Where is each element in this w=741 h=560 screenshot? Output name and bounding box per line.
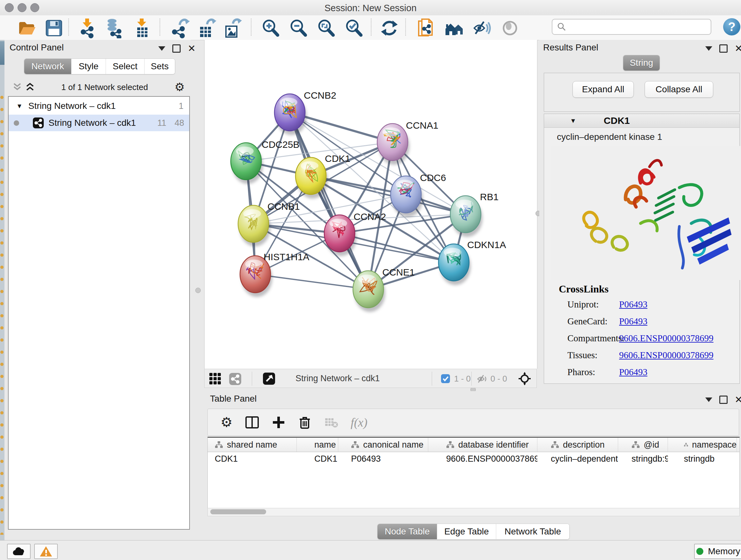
help-button[interactable]: ? [723,18,740,36]
network-view-share-icon[interactable] [229,373,242,385]
refresh-layout-icon[interactable] [379,18,400,38]
tree-expander-icon[interactable]: ▼ [16,103,23,110]
column-header-database-identifier[interactable]: database identifier [428,438,537,452]
column-header-namespace[interactable]: namespace [668,438,737,452]
column-header-description[interactable]: description [537,438,618,452]
tab-edge-table[interactable]: Edge Table [437,524,496,539]
expand-all-button[interactable]: Expand All [572,81,634,98]
network-node-CDK1[interactable] [295,158,328,199]
add-column-icon[interactable] [272,415,286,429]
tab-style[interactable]: Style [71,59,106,74]
export-network-icon[interactable] [170,18,191,38]
crosslink-link[interactable]: P06493 [619,367,648,377]
table-panel-menu-icon[interactable] [705,397,712,402]
crosslink-link[interactable]: 9606.ENSP00000378699 [619,350,714,361]
hidden-eye-slash-icon[interactable] [476,373,488,385]
crosslink-link[interactable]: P06493 [619,316,648,327]
network-row-selected[interactable]: String Network – cdk1 11 48 [9,115,189,131]
column-header-canonical-name[interactable]: canonical name [338,438,428,452]
expand-all-chevrons-icon[interactable] [25,82,35,92]
results-panel-menu-icon[interactable] [705,46,712,51]
table-row[interactable]: CDK1CDK1P064939606.ENSP00000378699cyclin… [208,452,739,465]
search-input[interactable] [569,22,711,32]
delete-column-trash-icon[interactable] [298,415,312,429]
results-panel-float-icon[interactable] [719,44,728,53]
crosslink-label: Tissues: [567,350,597,361]
zoom-fit-icon[interactable] [316,18,336,38]
table-panel-float-icon[interactable] [719,395,728,404]
import-network-file-icon[interactable] [77,18,97,38]
crosslink-link[interactable]: P06493 [619,299,648,310]
fit-content-crosshair-icon[interactable] [518,372,531,385]
results-panel-close-icon[interactable]: ✕ [735,45,741,52]
network-node-CDKN1A[interactable] [439,244,471,285]
crosslink-link[interactable]: 9606.ENSP00000378699 [619,333,714,344]
shared-column-icon [446,441,455,449]
control-panel-float-icon[interactable] [172,44,181,53]
column-header-label: shared name [227,440,277,450]
import-network-database-icon[interactable] [104,18,124,38]
export-image-icon[interactable] [221,18,242,38]
export-table-icon[interactable] [196,18,217,38]
save-session-icon[interactable] [44,18,64,38]
inactive-eye-icon[interactable] [500,18,520,38]
tab-node-table[interactable]: Node Table [378,524,437,539]
control-panel-tabs: Network Style Select Sets [24,58,175,74]
table-horizontal-scrollbar [207,508,740,516]
network-canvas[interactable]: CCNB2CCNA1CDC25BCDK1CDC6RB1CCNB1CCNA2CDK… [204,40,537,369]
network-tree: ▼ String Network – cdk1 1 String Network… [8,96,190,530]
selected-checkbox-icon[interactable] [441,374,450,383]
birds-eye-view-icon[interactable] [263,372,275,385]
left-splitter-handle[interactable] [195,288,201,293]
table-cell: P06493 [338,452,428,465]
collapse-all-button[interactable]: Collapse All [645,81,713,98]
network-edge[interactable] [290,112,368,289]
control-panel-title: Control Panel [10,43,64,53]
tab-string[interactable]: String [623,55,660,71]
node-label: HIST1H1A [264,252,309,262]
network-edge[interactable] [255,274,368,289]
network-node-CCNE1[interactable] [353,271,385,312]
function-builder-icon[interactable]: f(x) [351,415,367,429]
gene-section-header[interactable]: ▼ CDK1 [544,114,739,128]
memory-button[interactable]: Memory [694,544,741,559]
network-node-CDC6[interactable] [391,176,423,217]
zoom-in-icon[interactable] [260,18,281,38]
hide-panel-eye-icon[interactable] [472,18,492,38]
gene-description: cyclin–dependent kinase 1 [557,132,662,142]
network-node-CCNA2[interactable] [324,215,356,256]
delete-table-icon[interactable] [324,415,339,430]
import-table-icon[interactable] [132,18,152,38]
network-collection-row[interactable]: ▼ String Network – cdk1 1 [9,99,189,113]
table-settings-gear-icon[interactable]: ⚙ [220,417,232,428]
control-panel-close-icon[interactable]: ✕ [188,45,196,52]
tab-network[interactable]: Network [24,59,71,74]
share-document-icon[interactable] [415,18,436,38]
scrollbar-thumb[interactable] [210,509,266,514]
table-panel-close-icon[interactable]: ✕ [735,396,741,403]
network-list-gear-icon[interactable]: ⚙ [175,81,185,93]
network-node-CCNB2[interactable] [274,94,307,135]
column-header--id[interactable]: @id [618,438,668,452]
zoom-out-icon[interactable] [288,18,309,38]
open-session-icon[interactable] [17,18,37,38]
show-columns-icon[interactable] [245,415,259,430]
collapse-all-chevrons-icon[interactable] [12,82,22,92]
table-header-row: shared namenamecanonical namedatabase id… [208,438,739,452]
zoom-selected-icon[interactable] [344,18,364,38]
home-networks-icon[interactable] [444,18,465,38]
tab-select[interactable]: Select [106,59,145,74]
toolbar-divider [251,18,252,36]
column-header-shared-name[interactable]: shared name [208,438,297,452]
search-box[interactable] [552,19,711,35]
network-node-RB1[interactable] [450,196,482,237]
column-header-name[interactable]: name [297,438,338,452]
cloud-status-button[interactable] [7,544,30,559]
tab-network-table[interactable]: Network Table [496,524,569,539]
control-panel-menu-icon[interactable] [158,46,165,51]
grid-view-icon[interactable] [209,373,221,385]
tab-sets[interactable]: Sets [145,59,175,74]
section-expander-icon[interactable]: ▼ [570,117,576,125]
warning-status-button[interactable] [34,544,58,559]
network-node-CCNB1[interactable] [238,205,270,246]
